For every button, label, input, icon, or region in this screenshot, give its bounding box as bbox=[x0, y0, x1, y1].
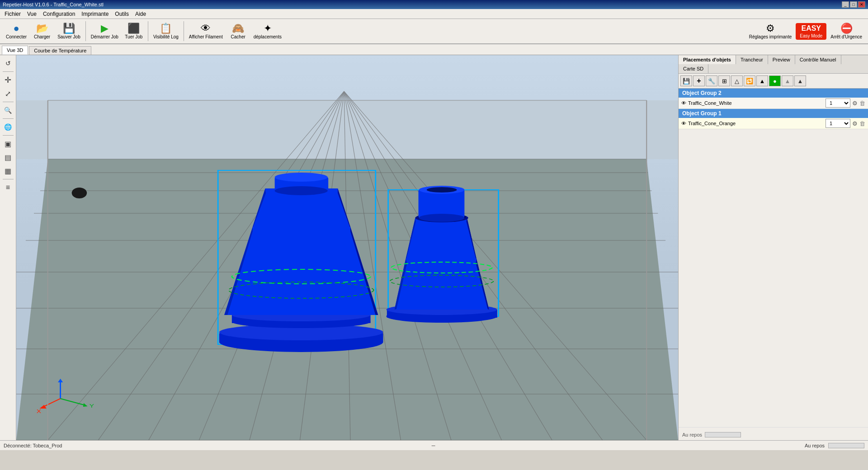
grid-view-button[interactable]: ⊞ bbox=[718, 75, 730, 86]
sauver-job-button[interactable]: 💾 Sauver Job bbox=[55, 22, 83, 41]
obj-item-orange: 👁 Traffic_Cone_Orange 123 ⚙ 🗑 bbox=[679, 118, 868, 129]
menu-aide[interactable]: Aide bbox=[132, 10, 149, 18]
tabbar: Vue 3D Courbe de Température bbox=[0, 44, 868, 55]
close-button[interactable]: ✕ bbox=[858, 1, 865, 8]
menu-vue[interactable]: Vue bbox=[24, 10, 39, 18]
tuer-job-button[interactable]: ⬛ Tuer Job bbox=[123, 22, 145, 41]
globe-view-button[interactable]: 🌐 bbox=[2, 121, 14, 133]
status-left: Déconnecté: Tobeca_Prod bbox=[4, 443, 62, 448]
svg-rect-61 bbox=[419, 190, 465, 218]
svg-point-44 bbox=[275, 173, 328, 182]
obj-name-orange: Traffic_Cone_Orange bbox=[688, 121, 824, 126]
demarrer-label: Démarrer Job bbox=[91, 34, 118, 39]
save-placement-button[interactable]: 💾 bbox=[680, 75, 692, 86]
lt-sep4 bbox=[3, 135, 14, 136]
reglages-label: Réglages imprimante bbox=[749, 34, 792, 39]
menu-outils[interactable]: Outils bbox=[112, 10, 132, 18]
arret-urgence-button[interactable]: ⛔ Arrêt d'Urgence bbox=[828, 22, 864, 41]
toolbar-sep1 bbox=[85, 21, 86, 41]
statusbar: Déconnecté: Tobeca_Prod ─ Au repos bbox=[0, 440, 868, 450]
toolbar: ● Connecter 📂 Charger 💾 Sauver Job ▶ Dém… bbox=[0, 19, 868, 44]
eye-icon-orange[interactable]: 👁 bbox=[681, 121, 686, 126]
3d-viewport[interactable]: X Y bbox=[16, 55, 678, 440]
lt-sep1 bbox=[3, 71, 14, 72]
refresh-button[interactable]: 🔁 bbox=[744, 75, 755, 86]
arret-urgence-icon: ⛔ bbox=[840, 24, 853, 33]
obj-qty-orange[interactable]: 123 bbox=[826, 119, 850, 128]
cacher-icon: 🙈 bbox=[232, 24, 244, 33]
tab-preview[interactable]: Preview bbox=[768, 55, 795, 64]
reset-view-button[interactable]: ↺ bbox=[2, 57, 14, 70]
view-box2-button[interactable]: ▤ bbox=[2, 151, 14, 164]
obj-name-white: Traffic_Cone_White bbox=[688, 100, 824, 106]
rotate-button[interactable]: ⤢ bbox=[2, 87, 14, 100]
tab-carte-sd[interactable]: Carte SD bbox=[679, 64, 708, 73]
tab-courbe-temperature[interactable]: Courbe de Température bbox=[29, 46, 91, 55]
minimize-button[interactable]: _ bbox=[842, 1, 849, 8]
status-right: Au repos bbox=[805, 443, 825, 448]
window-controls: _ □ ✕ bbox=[842, 1, 865, 8]
charger-label: Charger bbox=[34, 34, 50, 39]
obj-trash-white[interactable]: 🗑 bbox=[859, 100, 865, 107]
tab-placements[interactable]: Placements d'objets bbox=[679, 55, 736, 64]
cacher-label: Cacher bbox=[231, 34, 245, 39]
title-text: Repetier-Host V1.0.6 - Traffic_Cone_Whit… bbox=[3, 2, 104, 7]
easy-mode-button[interactable]: EASY Easy Mode bbox=[796, 23, 826, 40]
tab-vue3d[interactable]: Vue 3D bbox=[2, 46, 28, 55]
tab-controle-manuel[interactable]: Contrôle Manuel bbox=[795, 55, 841, 64]
zoom-button[interactable]: 🔍 bbox=[2, 104, 14, 117]
demarrer-job-button[interactable]: ▶ Démarrer Job bbox=[89, 22, 121, 41]
bell-button[interactable]: ▲ bbox=[782, 75, 793, 86]
move-button[interactable]: ✛ bbox=[2, 74, 14, 86]
triangle-button[interactable]: △ bbox=[731, 75, 743, 86]
reglages-imprimante-button[interactable]: ⚙ Réglages imprimante bbox=[747, 22, 794, 41]
svg-text:X: X bbox=[37, 409, 41, 414]
connecter-button[interactable]: ● Connecter bbox=[4, 22, 29, 41]
menu-imprimante[interactable]: Imprimante bbox=[79, 10, 111, 18]
menu-fichier[interactable]: Fichier bbox=[2, 10, 24, 18]
svg-marker-52 bbox=[395, 258, 489, 310]
svg-point-63 bbox=[419, 214, 464, 222]
viewport-scene: X Y bbox=[16, 55, 678, 440]
obj-qty-white[interactable]: 123 bbox=[826, 99, 850, 108]
afficher-filament-button[interactable]: 👁 Afficher Filament bbox=[187, 22, 225, 41]
add-object-button[interactable]: + bbox=[693, 75, 705, 86]
charger-icon: 📂 bbox=[36, 24, 48, 33]
right-panel-toolbar: 💾 + 🔧 ⊞ △ 🔁 ▲ ● ▲ ▲ bbox=[679, 74, 868, 89]
up-button[interactable]: ▲ bbox=[756, 75, 768, 86]
connecter-icon: ● bbox=[13, 24, 19, 33]
menu-configuration[interactable]: Configuration bbox=[40, 10, 78, 18]
connecter-label: Connecter bbox=[6, 34, 27, 39]
charger-button[interactable]: 📂 Charger bbox=[31, 22, 53, 41]
obj-gear-white[interactable]: ⚙ bbox=[852, 100, 858, 107]
tuer-label: Tuer Job bbox=[125, 34, 142, 39]
settings-button[interactable]: 🔧 bbox=[706, 75, 717, 86]
svg-point-29 bbox=[72, 188, 87, 198]
toolbar-sep3 bbox=[184, 21, 184, 41]
svg-point-64 bbox=[427, 187, 457, 193]
view-box1-button[interactable]: ▣ bbox=[2, 137, 14, 150]
object-list: Object Group 2 👁 Traffic_Cone_White 123 … bbox=[679, 89, 868, 427]
visibilite-log-button[interactable]: 📋 Visibilité Log bbox=[151, 22, 181, 41]
eye-icon-white[interactable]: 👁 bbox=[681, 100, 686, 106]
deplacements-icon: ✦ bbox=[264, 24, 272, 33]
maximize-button[interactable]: □ bbox=[850, 1, 857, 8]
green-button[interactable]: ● bbox=[769, 75, 781, 86]
cacher-button[interactable]: 🙈 Cacher bbox=[227, 22, 250, 41]
main-area: ↺ ✛ ⤢ 🔍 🌐 ▣ ▤ ▦ ≡ bbox=[0, 55, 868, 440]
lt-sep3 bbox=[3, 118, 14, 119]
obj-trash-orange[interactable]: 🗑 bbox=[859, 120, 865, 127]
au-repos-label: Au repos bbox=[682, 432, 702, 437]
lines-button[interactable]: ≡ bbox=[2, 181, 14, 194]
lt-sep5 bbox=[3, 179, 14, 179]
titlebar: Repetier-Host V1.0.6 - Traffic_Cone_Whit… bbox=[0, 0, 868, 9]
left-toolbar: ↺ ✛ ⤢ 🔍 🌐 ▣ ▤ ▦ ≡ bbox=[0, 55, 16, 440]
tab-trancheur[interactable]: Trancheur bbox=[736, 55, 768, 64]
obj-gear-orange[interactable]: ⚙ bbox=[852, 120, 858, 127]
lt-sep2 bbox=[3, 102, 14, 102]
deplacements-button[interactable]: ✦ déplacements bbox=[251, 22, 284, 41]
toolbar-sep2 bbox=[148, 21, 148, 41]
easy-mode-label: Easy Mode bbox=[800, 33, 822, 38]
bell2-button[interactable]: ▲ bbox=[794, 75, 806, 86]
view-box3-button[interactable]: ▦ bbox=[2, 164, 14, 177]
